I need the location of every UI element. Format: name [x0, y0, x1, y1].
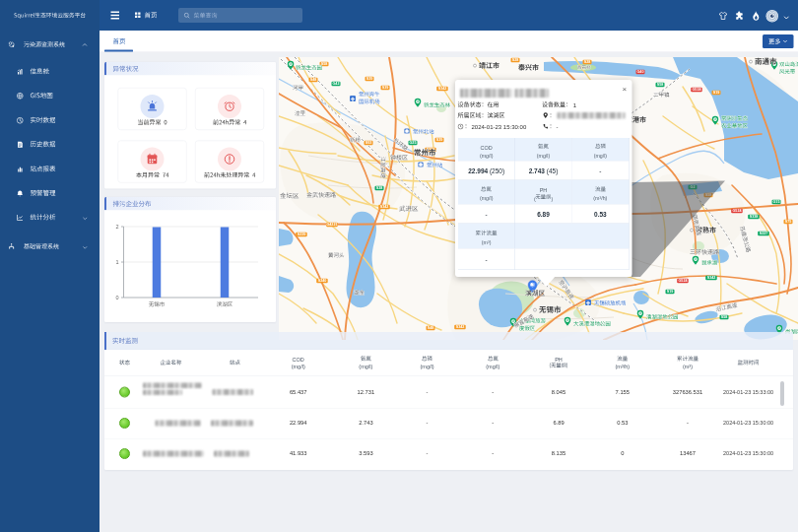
svg-text:S39: S39 — [366, 77, 373, 81]
svg-text:S28: S28 — [584, 60, 591, 64]
svg-text:S38: S38 — [376, 186, 383, 190]
svg-text:S58: S58 — [721, 315, 728, 319]
svg-text:S93: S93 — [366, 141, 372, 145]
svg-text:S19: S19 — [667, 290, 674, 294]
svg-text:S19: S19 — [713, 91, 720, 95]
svg-text:G15: G15 — [773, 200, 780, 204]
svg-text:G524: G524 — [678, 279, 688, 283]
svg-text:G42: G42 — [333, 82, 340, 86]
svg-text:S48: S48 — [310, 78, 317, 82]
svg-text:S48: S48 — [428, 326, 434, 330]
svg-text:S75: S75 — [785, 220, 792, 224]
svg-text:S58: S58 — [657, 83, 664, 87]
svg-text:G524: G524 — [732, 209, 742, 213]
svg-text:0: 0 — [115, 295, 118, 300]
svg-text:S227: S227 — [760, 232, 768, 235]
svg-text:S240: S240 — [318, 279, 327, 283]
svg-text:S342: S342 — [456, 325, 465, 329]
svg-text:S338: S338 — [750, 215, 759, 219]
svg-text:1: 1 — [115, 259, 118, 265]
svg-text:S28: S28 — [512, 58, 519, 62]
svg-text:S39: S39 — [382, 86, 389, 90]
svg-text:G40: G40 — [637, 70, 644, 74]
svg-text:2: 2 — [115, 224, 118, 230]
svg-text:G4221: G4221 — [326, 223, 337, 227]
svg-text:S342: S342 — [438, 87, 447, 91]
svg-text:S342: S342 — [707, 276, 716, 280]
svg-text:S342: S342 — [380, 205, 389, 209]
svg-text:S239: S239 — [298, 233, 306, 236]
svg-text:G524: G524 — [692, 88, 701, 92]
svg-text:S39: S39 — [436, 138, 443, 142]
svg-text:G25: G25 — [410, 141, 417, 145]
